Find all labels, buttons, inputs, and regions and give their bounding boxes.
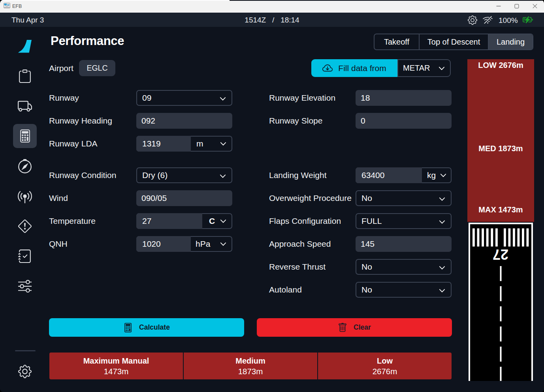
svg-text:27: 27 xyxy=(493,246,508,263)
